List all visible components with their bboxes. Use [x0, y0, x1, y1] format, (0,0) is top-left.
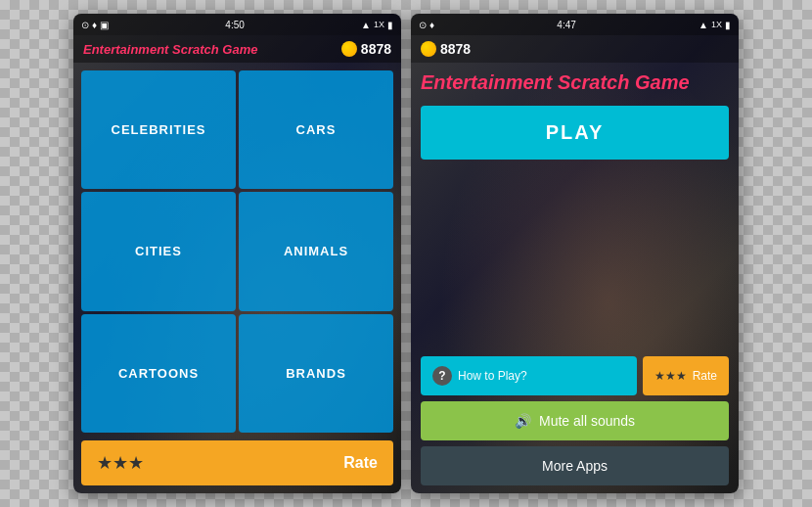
more-apps-button[interactable]: More Apps	[421, 446, 729, 485]
status-right-icons: ▲ 1X ▮	[361, 20, 393, 30]
alarm-icon: ⊙	[81, 20, 89, 30]
rate-label-2: Rate	[693, 369, 717, 383]
bottom-actions: ? How to Play? ★★★ Rate 🔊 Mute all sound…	[411, 352, 739, 493]
mute-button[interactable]: 🔊 Mute all sounds	[421, 401, 729, 440]
bluetooth-icon-2: ♦	[429, 20, 434, 30]
app-title-1: Entertainment Scratch Game	[83, 42, 257, 57]
category-grid: CELEBRITIES CARS CITIES ANIMALS CARTOONS…	[73, 63, 401, 440]
bluetooth-icon: ♦	[92, 20, 97, 30]
stars-2: ★★★	[654, 369, 687, 383]
signal-icon-2: ▲	[699, 20, 708, 30]
category-animals[interactable]: ANIMALS	[239, 192, 393, 310]
status-bar-1: ⊙ ♦ ▣ 4:50 ▲ 1X ▮	[73, 14, 401, 35]
how-to-play-label: How to Play?	[458, 369, 527, 383]
category-celebrities[interactable]: CELEBRITIES	[81, 70, 236, 189]
mute-label: Mute all sounds	[539, 413, 635, 429]
more-apps-label: More Apps	[542, 458, 608, 474]
coin-icon-1	[341, 41, 357, 57]
speaker-icon: 🔊	[515, 413, 531, 429]
coin-value-1: 8878	[361, 41, 391, 57]
rate-button-2[interactable]: ★★★ Rate	[643, 356, 729, 395]
phone-1: ⊙ ♦ ▣ 4:50 ▲ 1X ▮ Entertainment Scratch …	[73, 14, 401, 493]
status-right-icons-2: ▲ 1X ▮	[699, 20, 731, 30]
status-left-icons-2: ⊙ ♦	[419, 20, 434, 30]
rate-label-1: Rate	[343, 454, 378, 472]
time-display-1: 4:50	[225, 20, 244, 30]
time-display-2: 4:47	[557, 20, 575, 30]
question-icon: ?	[432, 366, 452, 386]
notification-icon: ▣	[100, 20, 109, 30]
coin-display-1: 8878	[341, 41, 391, 57]
coin-display-2: 8878	[421, 41, 471, 57]
coin-icon-2	[421, 41, 436, 57]
category-cities[interactable]: CITIES	[81, 192, 236, 310]
app-title-2: Entertainment Scratch Game	[411, 63, 739, 102]
coin-value-2: 8878	[440, 41, 471, 57]
battery-icon-2: ▮	[725, 20, 731, 30]
stars-1: ★★★	[97, 452, 144, 474]
app-header-1: Entertainment Scratch Game 8878	[73, 35, 401, 63]
how-rate-row: ? How to Play? ★★★ Rate	[421, 356, 729, 395]
signal-icon: ▲	[361, 20, 371, 30]
play-button[interactable]: PLAY	[421, 106, 729, 160]
alarm-icon-2: ⊙	[419, 20, 427, 30]
status-left-icons: ⊙ ♦ ▣	[81, 20, 109, 30]
category-brands[interactable]: BRANDS	[239, 314, 393, 433]
phone-2: ⊙ ♦ 4:47 ▲ 1X ▮ 8878 Entertainment Scrat…	[411, 14, 739, 493]
status-bar-2: ⊙ ♦ 4:47 ▲ 1X ▮	[411, 14, 739, 35]
battery-icon-1: ▮	[387, 20, 393, 30]
coin-header-2: 8878	[411, 35, 739, 63]
network-icon: 1X	[374, 20, 384, 29]
how-to-play-button[interactable]: ? How to Play?	[421, 356, 637, 395]
rate-bar-1[interactable]: ★★★ Rate	[81, 440, 393, 485]
category-cartoons[interactable]: CARTOONS	[81, 314, 236, 433]
network-icon-2: 1X	[711, 20, 722, 29]
category-cars[interactable]: CARS	[239, 70, 393, 189]
